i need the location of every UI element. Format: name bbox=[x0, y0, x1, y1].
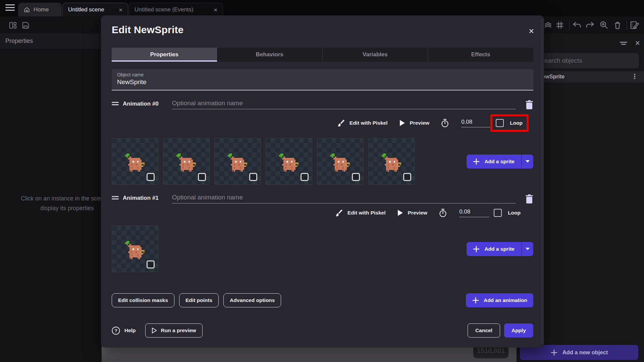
plus-icon bbox=[473, 158, 480, 165]
tab-label: Home bbox=[34, 6, 49, 13]
tab-variables[interactable]: Variables bbox=[323, 48, 428, 62]
sprite-frame-thumbnail[interactable] bbox=[214, 138, 261, 185]
timer-icon bbox=[439, 208, 447, 218]
drag-handle-icon[interactable] bbox=[112, 102, 119, 107]
add-sprite-dropdown[interactable] bbox=[521, 242, 533, 256]
properties-panel: Properties Click on an instance in the s… bbox=[0, 34, 102, 362]
preview-button[interactable]: Preview bbox=[397, 209, 428, 216]
home-icon bbox=[23, 6, 30, 13]
delete-animation-button[interactable] bbox=[525, 194, 533, 203]
tab-effects[interactable]: Effects bbox=[428, 48, 533, 62]
toggle-panels-icon[interactable] bbox=[7, 20, 18, 31]
sprite-frame-thumbnail[interactable] bbox=[368, 138, 415, 185]
edit-with-piskel-button[interactable]: Edit with Piskel bbox=[336, 119, 388, 127]
sprite-frame-thumbnail[interactable] bbox=[163, 138, 210, 185]
pig-sprite-image bbox=[226, 152, 250, 173]
drag-handle-icon[interactable] bbox=[112, 196, 119, 201]
pig-sprite-image bbox=[329, 152, 353, 173]
frame-select-checkbox[interactable] bbox=[249, 173, 257, 181]
run-preview-button[interactable]: Run a preview bbox=[145, 323, 203, 338]
close-tab-icon[interactable]: × bbox=[214, 7, 217, 13]
tab-label: Untitled scene bbox=[68, 6, 104, 13]
redo-icon[interactable] bbox=[585, 20, 595, 31]
sprite-frame-thumbnail[interactable] bbox=[112, 226, 158, 272]
object-name-label: Object name bbox=[117, 72, 528, 77]
animation-1-controls: Edit with Piskel Preview Loop bbox=[112, 206, 533, 220]
time-between-frames bbox=[441, 119, 491, 128]
properties-panel-title: Properties bbox=[0, 34, 102, 49]
add-sprite-button[interactable]: Add a sprite bbox=[467, 155, 533, 169]
toolbar-divider bbox=[627, 20, 627, 30]
close-panel-icon[interactable]: × bbox=[635, 38, 640, 48]
tab-label: Untitled scene (Events) bbox=[135, 6, 194, 13]
delete-icon[interactable] bbox=[612, 20, 623, 31]
time-between-frames bbox=[439, 208, 489, 218]
zoom-in-icon[interactable] bbox=[598, 20, 609, 31]
frame-duration-input[interactable] bbox=[461, 119, 491, 127]
main-menu-icon[interactable] bbox=[5, 4, 15, 12]
frames-list bbox=[112, 226, 158, 272]
plus-icon bbox=[472, 297, 479, 304]
loop-checkbox[interactable] bbox=[496, 119, 504, 127]
add-sprite-dropdown[interactable] bbox=[521, 155, 533, 169]
svg-text:?: ? bbox=[114, 328, 117, 333]
cancel-button[interactable]: Cancel bbox=[468, 323, 500, 338]
pig-sprite-image bbox=[123, 239, 148, 260]
frame-duration-input[interactable] bbox=[459, 208, 489, 217]
dialog-scrollbar[interactable] bbox=[541, 19, 543, 344]
help-button[interactable]: ? Help bbox=[112, 326, 136, 335]
animation-1-frames-row: Add a sprite bbox=[112, 226, 533, 272]
loop-option-highlighted: Loop bbox=[490, 114, 529, 132]
delete-animation-button[interactable] bbox=[525, 100, 533, 109]
filter-icon[interactable] bbox=[619, 40, 628, 48]
timer-icon bbox=[441, 119, 449, 128]
edit-scene-events-icon[interactable] bbox=[629, 20, 640, 31]
top-tab-bar: Home Untitled scene × Untitled scene (Ev… bbox=[0, 0, 644, 16]
frame-select-checkbox[interactable] bbox=[147, 173, 155, 181]
object-name-field[interactable]: Object name bbox=[112, 69, 533, 90]
chevron-down-icon bbox=[525, 247, 530, 250]
tab-properties[interactable]: Properties bbox=[112, 48, 217, 62]
close-dialog-icon[interactable]: × bbox=[529, 27, 534, 36]
preview-button[interactable]: Preview bbox=[399, 120, 430, 126]
tab-home[interactable]: Home bbox=[18, 3, 62, 16]
sprite-frame-thumbnail[interactable] bbox=[112, 138, 158, 185]
object-menu-icon[interactable]: ••• bbox=[631, 73, 638, 80]
advanced-options-button[interactable]: Advanced options bbox=[223, 293, 281, 307]
tab-behaviors[interactable]: Behaviors bbox=[217, 48, 323, 62]
edit-with-piskel-button[interactable]: Edit with Piskel bbox=[334, 209, 386, 217]
tab-untitled-scene-events[interactable]: Untitled scene (Events) × bbox=[129, 3, 223, 16]
tab-untitled-scene[interactable]: Untitled scene × bbox=[62, 3, 128, 16]
frame-select-checkbox[interactable] bbox=[301, 173, 309, 181]
grid-icon[interactable] bbox=[554, 20, 565, 31]
search-objects-input[interactable] bbox=[535, 53, 639, 68]
edit-points-button[interactable]: Edit points bbox=[179, 293, 219, 307]
save-icon[interactable] bbox=[20, 20, 31, 31]
apply-button[interactable]: Apply bbox=[504, 323, 533, 338]
frame-select-checkbox[interactable] bbox=[198, 173, 206, 181]
animation-name-input[interactable] bbox=[172, 194, 516, 203]
play-icon bbox=[399, 120, 405, 126]
animation-name-input[interactable] bbox=[172, 100, 516, 109]
animation-1-header: Animation #1 bbox=[112, 193, 533, 203]
close-tab-icon[interactable]: × bbox=[119, 7, 122, 13]
sprite-frame-thumbnail[interactable] bbox=[317, 138, 364, 185]
plus-icon bbox=[550, 349, 558, 356]
add-animation-button[interactable]: Add an animation bbox=[466, 293, 533, 307]
undo-icon[interactable] bbox=[572, 20, 582, 31]
plus-icon bbox=[473, 245, 480, 253]
play-icon bbox=[397, 209, 403, 216]
add-sprite-button[interactable]: Add a sprite bbox=[467, 242, 533, 256]
frame-select-checkbox[interactable] bbox=[403, 173, 411, 181]
frame-select-checkbox[interactable] bbox=[352, 173, 360, 181]
brush-icon bbox=[336, 119, 345, 127]
frame-select-checkbox[interactable] bbox=[147, 260, 155, 268]
edit-collision-masks-button[interactable]: Edit collision masks bbox=[112, 293, 174, 307]
edit-sprite-dialog: Edit NewSprite × Properties Behaviors Va… bbox=[101, 15, 544, 348]
scene-canvas[interactable] bbox=[102, 345, 517, 362]
layers-icon[interactable] bbox=[543, 20, 553, 31]
loop-checkbox[interactable] bbox=[494, 209, 502, 217]
sprite-frame-thumbnail[interactable] bbox=[266, 138, 312, 185]
frames-list bbox=[112, 138, 415, 185]
object-name-input[interactable] bbox=[117, 78, 528, 86]
